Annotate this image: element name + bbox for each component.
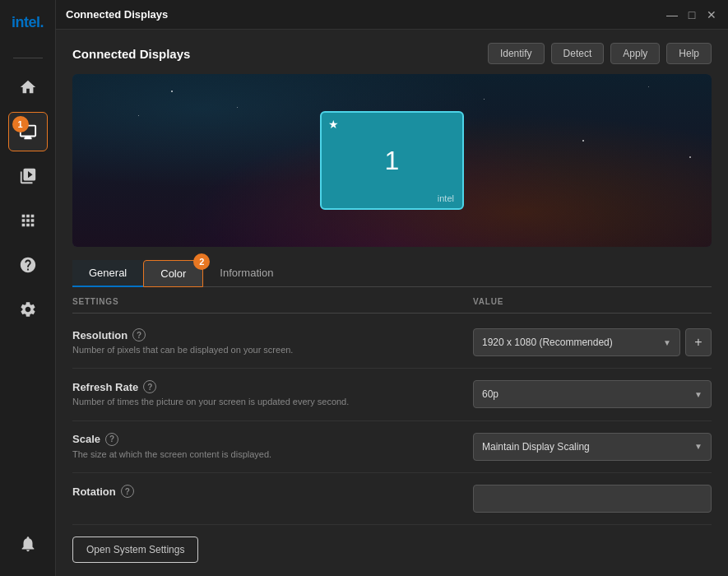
- sidebar-item-support[interactable]: [8, 245, 48, 285]
- resolution-value: 1920 x 1080 (Recommended) ▼ +: [473, 328, 712, 356]
- open-system-settings-button[interactable]: Open System Settings: [72, 537, 198, 563]
- content-area: Connected Displays Identify Detect Apply…: [56, 30, 728, 576]
- rotation-bar: [473, 485, 712, 513]
- dropdown-arrow: ▼: [694, 390, 702, 399]
- rotation-name: Rotation ?: [72, 485, 457, 498]
- settings-header: SETTINGS VALUE: [72, 297, 712, 314]
- display-preview: ★ 1 intel: [72, 74, 712, 247]
- page-title: Connected Displays: [72, 47, 488, 61]
- settings-row-rotation: Rotation ?: [72, 473, 712, 525]
- sidebar-item-display[interactable]: 1: [8, 112, 48, 151]
- titlebar-controls: — □ ✕: [665, 8, 718, 21]
- titlebar: Connected Displays — □ ✕: [56, 0, 728, 30]
- maximize-button[interactable]: □: [685, 8, 698, 21]
- resolution-dropdown[interactable]: 1920 x 1080 (Recommended) ▼: [473, 328, 680, 356]
- tab-general[interactable]: General: [72, 260, 143, 287]
- home-icon: [19, 78, 37, 96]
- header-row: Connected Displays Identify Detect Apply…: [72, 43, 712, 64]
- header-actions: Identify Detect Apply Help: [488, 43, 712, 64]
- apply-button[interactable]: Apply: [610, 43, 660, 64]
- resolution-info: Resolution ? Number of pixels that can b…: [72, 328, 473, 356]
- settings-icon: [19, 300, 37, 318]
- scale-value: Maintain Display Scaling ▼: [473, 433, 712, 461]
- dropdown-arrow: ▼: [663, 338, 671, 347]
- settings-row-scale: Scale ? The size at which the screen con…: [72, 421, 712, 473]
- refresh-rate-value: 60p ▼: [473, 380, 712, 408]
- tab-information[interactable]: Information: [203, 260, 290, 287]
- refresh-rate-dropdown[interactable]: 60p ▼: [473, 380, 712, 408]
- settings-row-resolution: Resolution ? Number of pixels that can b…: [72, 317, 712, 369]
- refresh-rate-info: Refresh Rate ? Number of times the pictu…: [72, 380, 473, 408]
- main-content: Connected Displays — □ ✕ Connected Displ…: [56, 0, 728, 576]
- close-button[interactable]: ✕: [705, 8, 718, 21]
- resolution-add-button[interactable]: +: [685, 328, 712, 356]
- refresh-rate-name: Refresh Rate ?: [72, 380, 457, 393]
- sidebar-item-apps[interactable]: [8, 201, 48, 240]
- settings-row-refresh-rate: Refresh Rate ? Number of times the pictu…: [72, 369, 712, 420]
- rotation-value: [473, 485, 712, 513]
- dropdown-arrow: ▼: [694, 442, 702, 451]
- resolution-desc: Number of pixels that can be displayed o…: [72, 344, 457, 356]
- window-title: Connected Displays: [66, 8, 665, 21]
- scale-info: Scale ? The size at which the screen con…: [72, 433, 473, 461]
- rotation-help-icon[interactable]: ?: [121, 485, 134, 498]
- monitor-card[interactable]: ★ 1 intel: [320, 111, 464, 210]
- tabs-bar: General Color 2 Information: [72, 260, 712, 287]
- scale-dropdown[interactable]: Maintain Display Scaling ▼: [473, 433, 712, 461]
- monitor-brand: intel: [438, 193, 454, 203]
- resolution-help-icon[interactable]: ?: [132, 328, 146, 341]
- rotation-info: Rotation ?: [72, 485, 473, 500]
- bell-icon: [19, 535, 37, 553]
- refresh-rate-desc: Number of times the picture on your scre…: [72, 396, 457, 408]
- detect-button[interactable]: Detect: [551, 43, 605, 64]
- help-button[interactable]: Help: [666, 43, 712, 64]
- apps-icon: [19, 211, 37, 230]
- sidebar-item-home[interactable]: [8, 67, 48, 107]
- scale-help-icon[interactable]: ?: [105, 433, 118, 446]
- settings-col-value: VALUE: [473, 297, 712, 306]
- video-icon: [19, 167, 37, 185]
- sidebar: intel. 1: [0, 0, 56, 576]
- sidebar-badge: 1: [12, 116, 29, 132]
- tab-color-wrapper: Color 2: [143, 260, 203, 286]
- settings-col-settings: SETTINGS: [72, 297, 473, 306]
- scale-name: Scale ?: [72, 433, 457, 446]
- refresh-rate-help-icon[interactable]: ?: [143, 380, 156, 393]
- identify-button[interactable]: Identify: [488, 43, 545, 64]
- sidebar-divider: [13, 58, 43, 58]
- resolution-name: Resolution ?: [72, 328, 457, 341]
- monitor-star: ★: [328, 118, 339, 131]
- support-icon: [19, 256, 37, 274]
- settings-area: SETTINGS VALUE Resolution ? Number of pi…: [72, 287, 712, 563]
- intel-logo: intel.: [8, 10, 48, 35]
- monitor-number: 1: [385, 146, 400, 176]
- scale-desc: The size at which the screen content is …: [72, 448, 457, 461]
- sidebar-item-notifications[interactable]: [8, 524, 48, 564]
- sidebar-item-video[interactable]: [8, 156, 48, 196]
- sidebar-item-settings[interactable]: [8, 290, 48, 329]
- minimize-button[interactable]: —: [665, 8, 679, 21]
